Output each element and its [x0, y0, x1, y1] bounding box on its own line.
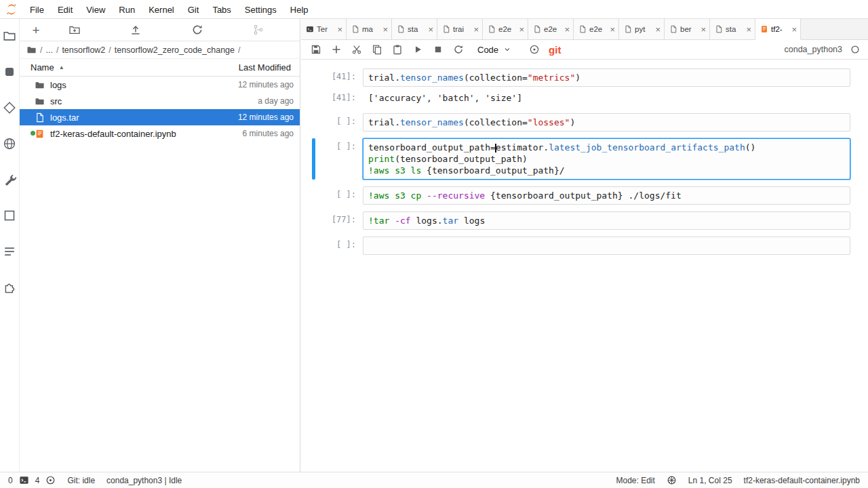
extensions-icon[interactable] — [3, 281, 16, 294]
menu-tabs[interactable]: Tabs — [205, 1, 237, 18]
tab-pyt[interactable]: pyt× — [619, 19, 665, 39]
status-bar: 0 4 Git: idle conda_python3 | Idle Mode:… — [0, 472, 868, 488]
mode-indicator[interactable]: Mode: Edit — [616, 476, 654, 485]
file-modified: 6 minutes ago — [243, 129, 294, 138]
kernels-icon[interactable] — [45, 475, 56, 485]
close-icon[interactable]: × — [564, 25, 570, 34]
kernel-status[interactable]: conda_python3 | Idle — [106, 476, 182, 485]
breadcrumb-segment[interactable]: ... — [45, 45, 52, 55]
cell-output: ['accuracy', 'batch', 'size'] — [363, 89, 528, 106]
menu-settings[interactable]: Settings — [238, 1, 283, 18]
column-last-modified[interactable]: Last Modified — [239, 62, 291, 73]
restart-button[interactable] — [450, 42, 467, 57]
breadcrumb-segment[interactable]: tensorflow2_zero_code_change — [115, 45, 235, 55]
paste-button[interactable] — [389, 42, 406, 57]
file-row[interactable]: tf2-keras-default-container.ipynb6 minut… — [20, 125, 300, 142]
code-editor[interactable] — [363, 237, 850, 255]
files-icon[interactable] — [3, 29, 16, 43]
status-circle-icon[interactable] — [529, 44, 540, 55]
git-diamond-icon[interactable] — [3, 101, 16, 115]
tab-e2e[interactable]: e2e× — [483, 19, 528, 39]
open-tabs-icon[interactable] — [3, 209, 16, 222]
menu-edit[interactable]: Edit — [51, 1, 79, 18]
run-button[interactable] — [410, 42, 426, 57]
close-icon[interactable]: × — [701, 25, 706, 34]
menu-kernel[interactable]: Kernel — [142, 1, 181, 18]
file-row[interactable]: logs12 minutes ago — [20, 77, 300, 93]
copy-button[interactable] — [369, 42, 385, 57]
menu-git[interactable]: Git — [181, 1, 206, 18]
close-icon[interactable]: × — [519, 25, 524, 34]
terminals-count[interactable]: 0 — [8, 476, 13, 485]
menu-file[interactable]: File — [23, 1, 51, 18]
refresh-button[interactable] — [191, 24, 203, 36]
output-prompt: [41]: — [315, 89, 363, 106]
notebook-cell[interactable]: [ ]:!aws s3 cp --recursive {tensorboard_… — [312, 186, 850, 205]
notebook-cell[interactable]: [ ]:tensorboard_output_path=estimator.la… — [312, 138, 850, 180]
code-editor[interactable]: tensorboard_output_path=estimator.latest… — [363, 138, 850, 180]
notebook-cell[interactable]: [ ]:trial.tensor_names(collection="losse… — [312, 113, 850, 131]
cut-button[interactable] — [349, 42, 365, 57]
notebook-cell[interactable]: [77]:!tar -cf logs.tar logs — [312, 211, 850, 230]
menu-view[interactable]: View — [79, 1, 112, 18]
tab-ma[interactable]: ma× — [347, 19, 392, 39]
code-editor[interactable]: trial.tensor_names(collection="metrics") — [363, 68, 850, 87]
file-list: logs12 minutes agosrca day agologs.tar12… — [20, 77, 300, 142]
insert-cell-button[interactable] — [328, 42, 344, 57]
home-folder-icon[interactable] — [26, 45, 37, 55]
tools-icon[interactable] — [3, 173, 16, 186]
notebook-area[interactable]: [41]:trial.tensor_names(collection="metr… — [301, 60, 868, 472]
wheel-icon[interactable] — [667, 475, 677, 485]
tab-ber[interactable]: ber× — [665, 19, 710, 39]
kernel-status-icon[interactable] — [850, 45, 860, 54]
file-icon — [578, 25, 587, 33]
save-button[interactable] — [308, 42, 324, 57]
breadcrumb-segment[interactable]: tensorflow2 — [62, 45, 105, 55]
file-row[interactable]: logs.tar12 minutes ago — [20, 109, 300, 125]
tab-tf2[interactable]: tf2-× — [755, 19, 801, 40]
new-launcher-button[interactable]: + — [28, 24, 44, 37]
cursor-position[interactable]: Ln 1, Col 25 — [688, 476, 732, 485]
menu-bar-items: FileEditViewRunKernelGitTabsSettingsHelp — [23, 3, 315, 16]
menu-run[interactable]: Run — [112, 1, 142, 18]
column-name[interactable]: Name — [31, 62, 54, 73]
code-editor[interactable]: !tar -cf logs.tar logs — [363, 211, 850, 230]
close-icon[interactable]: × — [473, 25, 479, 34]
running-icon[interactable] — [3, 65, 16, 79]
close-icon[interactable]: × — [791, 25, 797, 34]
tab-sta[interactable]: sta× — [392, 19, 437, 39]
upload-button[interactable] — [130, 24, 142, 36]
tab-sta[interactable]: sta× — [710, 19, 755, 39]
close-icon[interactable]: × — [655, 25, 660, 34]
input-prompt: [77]: — [315, 211, 363, 230]
table-of-contents-icon[interactable] — [3, 245, 16, 258]
git-logo[interactable]: git — [549, 44, 561, 56]
code-editor[interactable]: !aws s3 cp --recursive {tensorboard_outp… — [363, 186, 850, 205]
git-clone-button[interactable] — [252, 24, 264, 36]
close-icon[interactable]: × — [428, 25, 433, 34]
notebook-cell[interactable]: [41]:trial.tensor_names(collection="metr… — [312, 68, 850, 106]
tab-ter[interactable]: Ter× — [301, 19, 347, 39]
web-icon[interactable] — [3, 137, 16, 150]
tab-trai[interactable]: trai× — [437, 19, 483, 39]
close-icon[interactable]: × — [610, 25, 615, 34]
tab-e2e[interactable]: e2e× — [528, 19, 574, 39]
file-row[interactable]: srca day ago — [20, 93, 300, 109]
notebook-cell[interactable]: [ ]: — [312, 237, 850, 255]
close-icon[interactable]: × — [382, 25, 388, 34]
close-icon[interactable]: × — [746, 25, 751, 34]
menu-help[interactable]: Help — [283, 1, 315, 18]
code-editor[interactable]: trial.tensor_names(collection="losses") — [363, 113, 850, 131]
tab-e2e[interactable]: e2e× — [574, 19, 619, 39]
kernel-name[interactable]: conda_python3 — [785, 45, 843, 54]
menu-bar: FileEditViewRunKernelGitTabsSettingsHelp — [0, 0, 868, 19]
cell-type-dropdown[interactable]: Code — [477, 45, 511, 55]
stop-button[interactable] — [430, 42, 446, 57]
close-icon[interactable]: × — [337, 25, 342, 34]
code-line: trial.tensor_names(collection="metrics") — [368, 72, 845, 83]
code-line: trial.tensor_names(collection="losses") — [368, 117, 845, 128]
kernels-count[interactable]: 4 — [35, 476, 40, 485]
new-folder-button[interactable] — [68, 24, 81, 36]
git-status[interactable]: Git: idle — [67, 476, 95, 485]
terminal-icon[interactable] — [19, 475, 29, 485]
